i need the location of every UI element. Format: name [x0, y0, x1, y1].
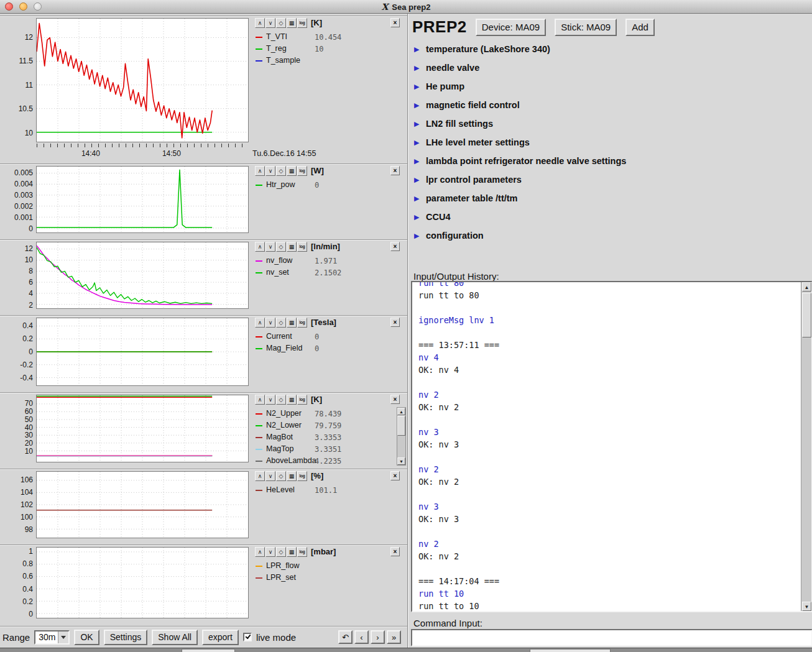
- legend-scroll-down-button[interactable]: ∨: [265, 547, 275, 557]
- panel-close-button[interactable]: ×: [390, 547, 400, 556]
- expand-arrow-icon[interactable]: ▶: [414, 195, 419, 203]
- legend-zoom-button[interactable]: ◇: [276, 318, 286, 328]
- expand-arrow-icon[interactable]: ▶: [414, 83, 419, 91]
- ok-button[interactable]: OK: [74, 630, 99, 645]
- legend-scrollbar[interactable]: ▲▼: [397, 407, 406, 466]
- legend-scroll-down-button[interactable]: ∨: [265, 395, 275, 405]
- legend-scroll-up-button[interactable]: ∧: [255, 318, 265, 328]
- live-mode-checkbox[interactable]: [243, 633, 252, 641]
- legend-scroll-up-button[interactable]: ∧: [255, 547, 265, 557]
- expand-arrow-icon[interactable]: ▶: [414, 45, 419, 53]
- legend-log-scale-button[interactable]: log: [297, 18, 307, 28]
- plot-area-cryostat-temperatures[interactable]: [36, 395, 249, 462]
- scroll-down-icon[interactable]: ▼: [397, 457, 405, 465]
- legend-zoom-button[interactable]: ◇: [276, 471, 286, 481]
- legend-scroll-down-button[interactable]: ∨: [265, 471, 275, 481]
- legend-grid-button[interactable]: ▦: [287, 18, 297, 28]
- legend-grid-button[interactable]: ▦: [287, 471, 297, 481]
- legend-item[interactable]: LPR_flow: [255, 561, 403, 572]
- tree-item-2[interactable]: ▶He pump: [413, 78, 807, 97]
- legend-item[interactable]: Mag_Field0: [255, 343, 403, 354]
- legend-zoom-button[interactable]: ◇: [276, 395, 286, 405]
- tree-item-4[interactable]: ▶LN2 fill settings: [413, 116, 807, 134]
- legend-zoom-button[interactable]: ◇: [276, 547, 286, 557]
- legend-log-scale-button[interactable]: log: [297, 395, 307, 405]
- legend-scroll-down-button[interactable]: ∨: [265, 166, 275, 176]
- plot-area-needle-valve-flow[interactable]: [36, 242, 249, 309]
- tree-item-6[interactable]: ▶lambda point refrigerator needle valve …: [413, 153, 807, 172]
- plot-area-heater-power[interactable]: [36, 166, 249, 233]
- panel-close-button[interactable]: ×: [390, 242, 400, 251]
- legend-item[interactable]: AboveLambda4.2235: [255, 456, 403, 467]
- range-dropdown[interactable]: 30m: [34, 630, 70, 645]
- tree-item-3[interactable]: ▶magnetic field control: [413, 97, 807, 116]
- add-button[interactable]: Add: [625, 19, 655, 36]
- legend-grid-button[interactable]: ▦: [287, 318, 297, 328]
- scroll-thumb[interactable]: [397, 416, 405, 436]
- tree-item-10[interactable]: ▶configuration: [413, 227, 807, 246]
- legend-log-scale-button[interactable]: log: [297, 242, 307, 252]
- legend-item[interactable]: nv_set2.1502: [255, 267, 403, 278]
- legend-scroll-down-button[interactable]: ∨: [265, 18, 275, 28]
- legend-grid-button[interactable]: ▦: [287, 395, 297, 405]
- legend-item[interactable]: MagBot3.3353: [255, 432, 403, 443]
- panel-close-button[interactable]: ×: [390, 166, 400, 175]
- io-history[interactable]: run tt 80run tt to 80 ignoreMsg lnv 1 ==…: [411, 281, 812, 612]
- legend-log-scale-button[interactable]: log: [297, 318, 307, 328]
- legend-zoom-button[interactable]: ◇: [276, 242, 286, 252]
- legend-item[interactable]: nv_flow1.971: [255, 255, 403, 267]
- legend-grid-button[interactable]: ▦: [287, 242, 297, 252]
- panel-close-button[interactable]: ×: [390, 395, 400, 404]
- plot-area-magnetic-field[interactable]: [36, 318, 249, 386]
- expand-arrow-icon[interactable]: ▶: [414, 157, 419, 165]
- legend-item[interactable]: MagTop3.3351: [255, 444, 403, 455]
- legend-item[interactable]: T_reg10: [255, 44, 403, 55]
- legend-scroll-down-button[interactable]: ∨: [265, 242, 275, 252]
- jump-end-button[interactable]: »: [387, 630, 401, 644]
- titlebar[interactable]: XSea prep2: [0, 0, 812, 14]
- legend-scroll-down-button[interactable]: ∨: [265, 318, 275, 328]
- step-right-button[interactable]: ›: [371, 630, 385, 644]
- scroll-thumb[interactable]: [802, 293, 811, 337]
- panel-close-button[interactable]: ×: [390, 318, 400, 327]
- tree-item-5[interactable]: ▶LHe level meter settings: [413, 134, 807, 153]
- command-input[interactable]: [411, 629, 812, 646]
- legend-scroll-up-button[interactable]: ∧: [255, 242, 265, 252]
- legend-scroll-up-button[interactable]: ∧: [255, 166, 265, 176]
- plot-area-vti-temperature[interactable]: [36, 18, 249, 142]
- legend-item[interactable]: T_VTI10.454: [255, 32, 403, 43]
- tree-item-0[interactable]: ▶temperature (LakeShore 340): [413, 41, 807, 60]
- legend-scroll-up-button[interactable]: ∧: [255, 471, 265, 481]
- panel-close-button[interactable]: ×: [390, 471, 400, 480]
- tree-item-9[interactable]: ▶CCU4: [413, 209, 807, 227]
- step-left-button[interactable]: ‹: [354, 630, 369, 644]
- scroll-down-icon[interactable]: ▼: [802, 602, 811, 611]
- expand-arrow-icon[interactable]: ▶: [414, 232, 419, 240]
- refresh-button[interactable]: ↶: [338, 630, 353, 644]
- legend-grid-button[interactable]: ▦: [287, 166, 297, 176]
- expand-arrow-icon[interactable]: ▶: [414, 120, 419, 128]
- device-button[interactable]: Device: MA09: [476, 19, 546, 36]
- legend-item[interactable]: LPR_set: [255, 572, 403, 584]
- legend-item[interactable]: Current0: [255, 331, 403, 342]
- legend-item[interactable]: T_sample: [255, 55, 403, 67]
- show-all-button[interactable]: Show All: [152, 630, 198, 645]
- settings-button[interactable]: Settings: [104, 630, 148, 645]
- legend-scroll-up-button[interactable]: ∧: [255, 18, 265, 28]
- scroll-up-icon[interactable]: ▲: [397, 408, 405, 415]
- panel-close-button[interactable]: ×: [390, 18, 400, 27]
- legend-log-scale-button[interactable]: log: [297, 166, 307, 176]
- scroll-up-icon[interactable]: ▲: [802, 282, 811, 292]
- expand-arrow-icon[interactable]: ▶: [414, 139, 419, 147]
- expand-arrow-icon[interactable]: ▶: [414, 64, 419, 72]
- legend-item[interactable]: HeLevel101.1: [255, 485, 403, 496]
- legend-zoom-button[interactable]: ◇: [276, 18, 286, 28]
- plot-area-he-level[interactable]: [36, 471, 249, 538]
- legend-item[interactable]: N2_Lower79.759: [255, 420, 403, 431]
- plot-area-lpr[interactable]: [36, 547, 249, 618]
- legend-log-scale-button[interactable]: log: [297, 471, 307, 481]
- tree-item-8[interactable]: ▶parameter table /tt/tm: [413, 190, 807, 209]
- expand-arrow-icon[interactable]: ▶: [414, 176, 419, 184]
- tree-item-1[interactable]: ▶needle valve: [413, 60, 807, 78]
- legend-item[interactable]: Htr_pow0: [255, 180, 403, 191]
